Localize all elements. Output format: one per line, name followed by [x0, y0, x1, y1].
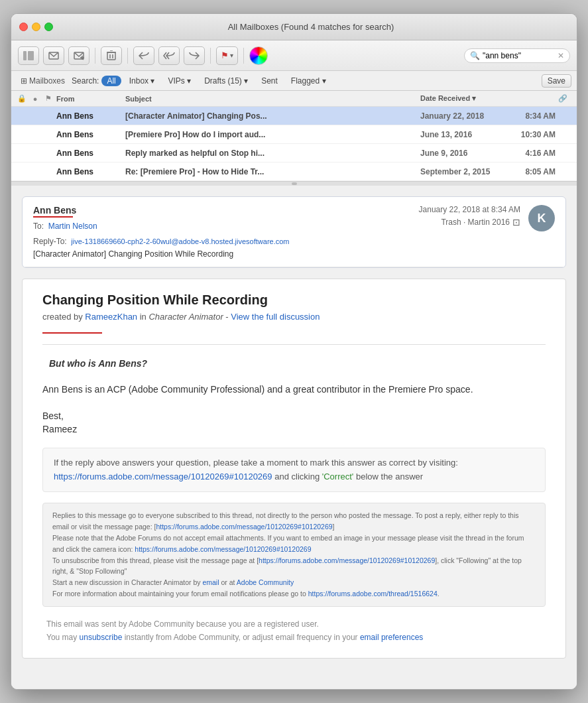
creator-link[interactable]: RameezKhan [85, 312, 137, 322]
search-tab-vips[interactable]: VIPs ▾ [162, 75, 196, 87]
search-box[interactable]: 🔍 ✕ [464, 48, 570, 63]
email-header: Ann Bens To: Martin Nelson Reply-To: jiv… [23, 197, 565, 267]
footer-email-link[interactable]: email [202, 578, 219, 586]
content-divider [42, 344, 546, 345]
email-body-card: Changing Position While Recording create… [22, 279, 566, 658]
search-tab-flagged[interactable]: Flagged ▾ [286, 75, 331, 87]
toolbar: ⚑ ▾ 🔍 ✕ [11, 40, 577, 71]
sender-underline [33, 216, 73, 218]
quote-block: But who is Ann Bens? [42, 358, 546, 369]
flag-chevron-icon: ▾ [230, 52, 233, 59]
divider-handle[interactable] [292, 182, 297, 185]
email-row[interactable]: Ann Bens Reply marked as helpful on Stop… [11, 144, 577, 162]
view-discussion-link[interactable]: View the full discussion [231, 312, 320, 322]
footer-footer-text: This email was sent by Adobe Community b… [46, 617, 542, 645]
email-list: 🔒 ● ⚑ From Subject Date Received ▾ 🔗 Ann… [11, 91, 577, 182]
email-header-left: Ann Bens To: Martin Nelson Reply-To: jiv… [33, 205, 419, 259]
search-tab-drafts[interactable]: Drafts (15) ▾ [199, 75, 253, 87]
new-message-button[interactable] [68, 46, 89, 65]
notice-text: If the reply above answers your question… [54, 456, 534, 484]
footer-community-link[interactable]: Adobe Community [237, 578, 294, 586]
body-text: Ann Bens is an ACP (Adobe Community Prof… [42, 382, 546, 397]
sender-name: Ann Bens [33, 205, 419, 216]
search-input[interactable] [483, 51, 555, 60]
traffic-lights [19, 23, 53, 31]
svg-rect-7 [107, 52, 115, 60]
search-tab-sent[interactable]: Sent [256, 75, 283, 87]
footer-link-2[interactable]: https://forums.adobe.com/message/1012026… [135, 545, 311, 553]
forum-link[interactable]: https://forums.adobe.com/message/1012026… [54, 472, 272, 481]
best-text: Best, [42, 411, 546, 421]
email-subject-line: [Character Animator] Changing Position W… [33, 249, 419, 259]
discussion-meta: created by RameezKhan in Character Anima… [42, 312, 546, 322]
signature-name: Rameez [42, 424, 546, 434]
email-row[interactable]: Ann Bens [Character Animator] Changing P… [11, 107, 577, 125]
col-from-header[interactable]: From [56, 95, 123, 103]
delete-button[interactable] [101, 46, 122, 65]
col-dot-header: ● [30, 95, 40, 103]
footer-text: Replies to this message go to everyone s… [52, 510, 536, 599]
email-detail[interactable]: Ann Bens To: Martin Nelson Reply-To: jiv… [11, 186, 577, 689]
email-prefs-link[interactable]: email preferences [360, 633, 423, 642]
toolbar-separator-4 [243, 48, 244, 64]
toolbar-separator-1 [95, 48, 95, 64]
reply-all-button[interactable] [158, 46, 180, 65]
discussion-underline [42, 332, 102, 334]
footer-link-3[interactable]: https://forums.adobe.com/message/1012026… [259, 556, 435, 564]
unsubscribe-link[interactable]: unsubscribe [80, 633, 123, 642]
search-label: Search: [72, 76, 99, 86]
mailboxes-label: Mailboxes [29, 76, 65, 86]
discussion-title: Changing Position While Recording [42, 292, 546, 308]
search-clear-icon[interactable]: ✕ [558, 51, 564, 60]
flag-icon: ⚑ [221, 50, 229, 60]
main-window: All Mailboxes (Found 4 matches for searc… [11, 13, 577, 690]
search-icon: 🔍 [470, 51, 480, 60]
col-flag-header: ⚑ [43, 94, 54, 103]
compose-button[interactable] [43, 46, 64, 65]
email-body-inner: Changing Position While Recording create… [23, 279, 565, 657]
col-icon-header: 🔒 [17, 94, 27, 103]
toolbar-separator-2 [127, 48, 128, 64]
maximize-button[interactable] [44, 23, 53, 31]
svg-rect-0 [23, 51, 27, 60]
mailboxes-button[interactable]: ⊞ Mailboxes [17, 75, 69, 87]
email-to: To: Martin Nelson [33, 220, 419, 233]
search-tab-inbox[interactable]: Inbox ▾ [124, 75, 160, 87]
email-list-header: 🔒 ● ⚑ From Subject Date Received ▾ 🔗 [11, 91, 577, 107]
search-tab-all[interactable]: All [101, 76, 121, 86]
email-row[interactable]: Ann Bens [Premiere Pro] How do I import … [11, 125, 577, 144]
footer-box: Replies to this message go to everyone s… [42, 503, 546, 606]
color-picker-button[interactable] [249, 46, 268, 65]
svg-rect-1 [28, 51, 34, 60]
email-reply-to: Reply-To: jive-1318669660-cph2-2-60wul@a… [33, 235, 419, 248]
close-button[interactable] [19, 23, 28, 31]
col-subject-header[interactable]: Subject [125, 95, 418, 103]
folder-icon: ⊡ [512, 217, 520, 227]
email-header-card: Ann Bens To: Martin Nelson Reply-To: jiv… [22, 196, 566, 268]
email-folder: Trash · Martin 2016 ⊡ [419, 217, 520, 227]
footer-info-link[interactable]: https://forums.adobe.com/thread/1516624 [308, 590, 438, 598]
search-tabs-bar: ⊞ Mailboxes Search: All Inbox ▾ VIPs ▾ D… [11, 71, 577, 91]
footer-link-1[interactable]: https://forums.adobe.com/message/1012026… [156, 523, 332, 531]
sidebar-toggle-button[interactable] [18, 46, 39, 65]
flag-button[interactable]: ⚑ ▾ [216, 46, 238, 65]
notice-box: If the reply above answers your question… [42, 448, 546, 493]
avatar: K [528, 205, 555, 231]
toolbar-separator-3 [210, 48, 211, 64]
email-header-right: January 22, 2018 at 8:34 AM Trash · Mart… [419, 205, 520, 227]
forward-button[interactable] [184, 46, 205, 65]
window-title: All Mailboxes (Found 4 matches for searc… [53, 22, 569, 32]
save-button[interactable]: Save [542, 74, 571, 88]
footer-footer: This email was sent by Adobe Community b… [42, 617, 546, 645]
email-timestamp: January 22, 2018 at 8:34 AM [419, 205, 520, 214]
mailboxes-icon: ⊞ [21, 76, 27, 86]
correct-word: 'Correct' [322, 472, 354, 481]
titlebar: All Mailboxes (Found 4 matches for searc… [11, 14, 577, 40]
email-row[interactable]: Ann Bens Re: [Premiere Pro] - How to Hid… [11, 162, 577, 181]
col-date-header[interactable]: Date Received ▾ [420, 94, 506, 103]
reply-button[interactable] [133, 46, 154, 65]
minimize-button[interactable] [32, 23, 40, 31]
col-attach-header: 🔗 [558, 94, 571, 103]
